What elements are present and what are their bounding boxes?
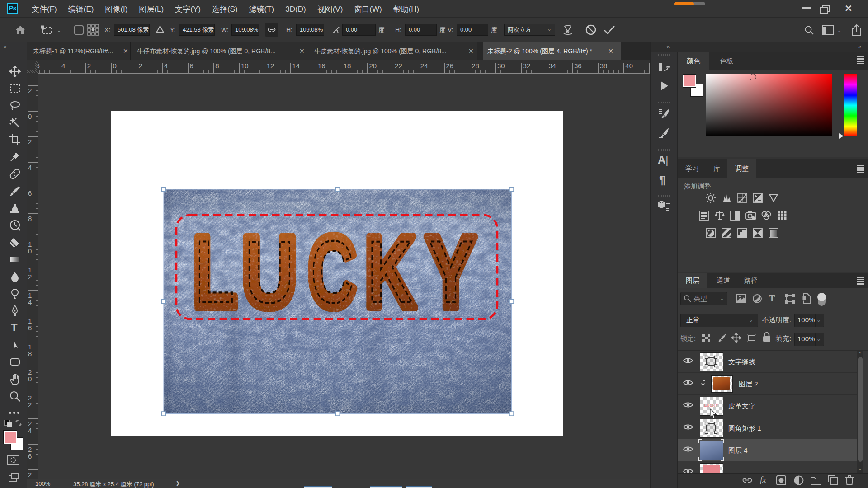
svg-text:C: C: [311, 222, 353, 321]
svg-text:K: K: [368, 223, 413, 321]
svg-text:Y: Y: [429, 223, 473, 321]
svg-text:L: L: [195, 222, 234, 321]
svg-text:U: U: [245, 222, 293, 321]
